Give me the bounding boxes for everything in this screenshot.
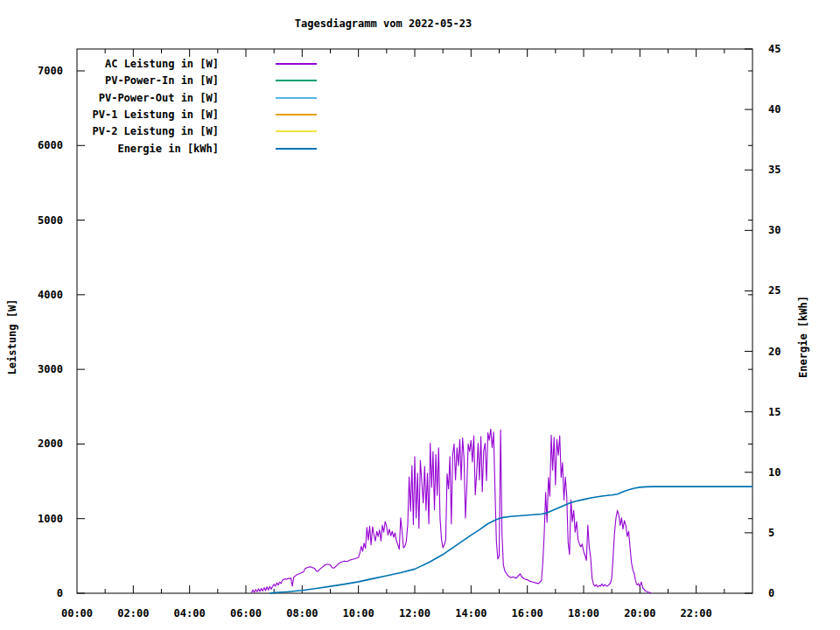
legend-label: PV-Power-In in [W] <box>79 74 219 87</box>
y2-tick-label: 0 <box>768 587 774 599</box>
x-tick-label: 16:00 <box>512 607 543 620</box>
legend-label: PV-Power-Out in [W] <box>79 92 219 104</box>
legend-item-energie: Energie in [kWh] <box>79 143 324 155</box>
legend-line-sample <box>276 63 317 65</box>
legend-line-sample <box>276 148 317 150</box>
x-tick-label: 06:00 <box>230 607 262 620</box>
x-tick-label: 02:00 <box>117 607 149 620</box>
y2-tick-label: 35 <box>768 164 780 176</box>
y2-tick-label: 30 <box>768 224 780 236</box>
y-tick-label: 2000 <box>38 438 63 450</box>
legend-label: AC Leistung in [W] <box>79 58 219 70</box>
y-tick-label: 7000 <box>38 65 63 77</box>
x-tick-label: 04:00 <box>174 607 206 620</box>
chart-canvas: Tagesdiagramm vom 2022-05-23 Leistung [W… <box>0 0 840 630</box>
legend-line-sample <box>276 80 317 81</box>
legend-label: PV-2 Leistung in [W] <box>79 125 219 137</box>
y2-tick-label: 5 <box>768 527 774 539</box>
legend-item-pv2: PV-2 Leistung in [W] <box>79 125 324 137</box>
y2-tick-label: 10 <box>768 466 780 479</box>
x-tick-label: 18:00 <box>568 607 599 620</box>
x-tick-label: 12:00 <box>399 607 430 620</box>
x-tick-label: 08:00 <box>286 607 318 620</box>
x-tick-label: 14:00 <box>455 607 486 620</box>
y-tick-label: 6000 <box>38 139 63 151</box>
legend-item-pv-in: PV-Power-In in [W] <box>79 74 324 87</box>
x-tick-label: 22:00 <box>681 607 712 620</box>
y-tick-label: 5000 <box>38 214 63 227</box>
legend-item-ac: AC Leistung in [W] <box>79 58 324 70</box>
legend-label: Energie in [kWh] <box>79 143 219 155</box>
y2-tick-label: 25 <box>768 284 780 297</box>
x-tick-label: 00:00 <box>61 607 93 620</box>
y-tick-label: 1000 <box>38 513 63 525</box>
y2-tick-label: 15 <box>768 406 780 418</box>
y-tick-label: 4000 <box>38 289 63 301</box>
legend-label: PV-1 Leistung in [W] <box>79 108 219 121</box>
series-ac-curve <box>251 429 651 592</box>
y2-tick-label: 45 <box>768 43 780 55</box>
legend-item-pv-out: PV-Power-Out in [W] <box>79 92 324 104</box>
legend-item-pv1: PV-1 Leistung in [W] <box>79 108 324 121</box>
x-tick-label: 10:00 <box>343 607 374 620</box>
x-tick-label: 20:00 <box>624 607 655 620</box>
legend-line-sample <box>276 130 317 132</box>
y-tick-label: 3000 <box>38 363 63 375</box>
y-tick-label: 0 <box>57 587 63 599</box>
y2-tick-label: 40 <box>768 103 780 116</box>
y2-tick-label: 20 <box>768 346 780 358</box>
legend-line-sample <box>276 114 317 116</box>
legend-line-sample <box>276 97 317 99</box>
